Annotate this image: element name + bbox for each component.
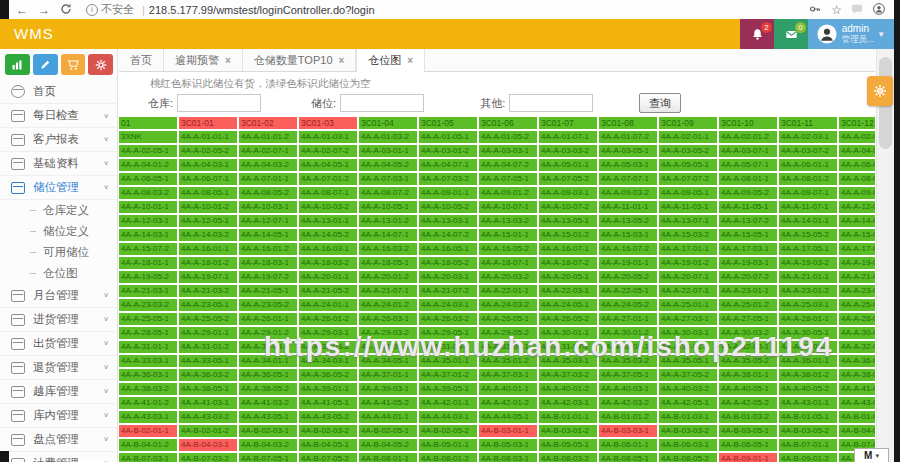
grid-cell[interactable]: 4A-B-04-01-1 <box>839 425 875 437</box>
grid-cell[interactable]: 4A-A-23-03-2 <box>119 299 177 311</box>
grid-cell[interactable]: 4A-A-08-05-2 <box>239 187 297 199</box>
grid-header-cell[interactable]: 3C01-09 <box>659 117 717 129</box>
grid-cell[interactable]: 4A-A-30-05-2 <box>839 327 875 339</box>
grid-cell[interactable]: 4A-A-07-03-1 <box>359 173 417 185</box>
sidebar-subitem-仓库定义[interactable]: 仓库定义 <box>0 200 117 221</box>
grid-cell[interactable]: 4A-A-43-03-1 <box>119 411 177 423</box>
grid-cell[interactable]: 4A-A-24-01-2 <box>359 299 417 311</box>
grid-cell[interactable]: 4A-A-39-01-1 <box>299 383 357 395</box>
grid-cell[interactable]: 4A-A-21-03-2 <box>179 285 237 297</box>
grid-cell[interactable]: 4A-A-01-01-2 <box>239 131 297 143</box>
theme-settings-button[interactable] <box>867 76 893 106</box>
grid-cell[interactable]: 4A-A-28-05-1 <box>119 327 177 339</box>
grid-cell[interactable]: 4A-B-08-05-1 <box>599 453 657 462</box>
grid-cell[interactable]: 4A-A-26-03-2 <box>419 313 477 325</box>
grid-cell[interactable]: 4A-B-06-01-1 <box>599 439 657 451</box>
grid-cell[interactable]: 4A-A-11-03-1 <box>659 201 717 213</box>
grid-cell[interactable]: 4A-A-20-03-1 <box>419 271 477 283</box>
grid-cell[interactable]: 4A-A-11-07-1 <box>779 201 837 213</box>
grid-cell[interactable]: 4A-A-13-05-2 <box>599 215 657 227</box>
grid-header-cell[interactable]: 3C01-08 <box>599 117 657 129</box>
grid-cell[interactable]: 4A-B-07-03-2 <box>179 453 237 462</box>
grid-header-cell[interactable]: 3C01-03 <box>299 117 357 129</box>
grid-cell[interactable]: 4A-B-02-03-1 <box>239 425 297 437</box>
grid-cell[interactable]: 4A-A-13-01-2 <box>359 215 417 227</box>
grid-cell[interactable]: 4A-A-41-01-2 <box>119 397 177 409</box>
grid-cell[interactable]: 4A-A-04-05-2 <box>359 159 417 171</box>
grid-cell[interactable]: 4A-A-24-03-2 <box>479 299 537 311</box>
grid-cell[interactable]: 4A-A-26-05-1 <box>479 313 537 325</box>
sidebar-item-每日检查[interactable]: 每日检查∨ <box>0 104 117 128</box>
grid-cell[interactable]: 4A-A-25-05-1 <box>119 313 177 325</box>
back-arrow-icon[interactable]: ← <box>16 3 28 17</box>
grid-cell[interactable]: 4A-A-10-07-1 <box>479 201 537 213</box>
grid-cell[interactable]: 4A-A-26-05-2 <box>539 313 597 325</box>
grid-cell[interactable]: 4A-B-04-03-1 <box>179 439 237 451</box>
grid-cell[interactable]: 4A-A-02-03-2 <box>839 131 875 143</box>
sidebar-item-库内管理[interactable]: 库内管理∨ <box>0 404 117 428</box>
grid-cell[interactable]: 4A-B-04-03-2 <box>239 439 297 451</box>
grid-cell[interactable]: 4A-A-37-01-1 <box>359 369 417 381</box>
grid-cell[interactable]: 4A-A-24-05-2 <box>599 299 657 311</box>
grid-cell[interactable]: 4A-A-02-03-1 <box>779 131 837 143</box>
grid-cell[interactable]: 4A-A-19-03-2 <box>779 257 837 269</box>
grid-cell[interactable]: 4A-A-19-01-1 <box>599 257 657 269</box>
grid-cell[interactable]: 4A-A-16-07-2 <box>599 243 657 255</box>
grid-cell[interactable]: 4A-A-23-01-1 <box>719 285 777 297</box>
grid-cell[interactable]: 4A-A-15-05-2 <box>779 229 837 241</box>
grid-cell[interactable]: 4A-A-16-01-2 <box>239 243 297 255</box>
grid-cell[interactable]: 4A-A-36-05-2 <box>299 369 357 381</box>
grid-cell[interactable]: 4A-B-08-01-2 <box>419 453 477 462</box>
grid-cell[interactable]: 4A-A-41-03-2 <box>239 397 297 409</box>
grid-cell[interactable]: 4A-A-21-01-1 <box>779 271 837 283</box>
sidebar-item-越库管理[interactable]: 越库管理∨ <box>0 380 117 404</box>
grid-cell[interactable]: 4A-A-19-05-2 <box>119 271 177 283</box>
grid-cell[interactable]: 4A-A-36-01-2 <box>839 355 875 367</box>
grid-cell[interactable]: 4A-B-01-01-2 <box>599 411 657 423</box>
grid-cell[interactable]: 4A-A-18-01-1 <box>119 257 177 269</box>
grid-cell[interactable]: 4A-A-09-03-2 <box>599 187 657 199</box>
grid-cell[interactable]: 4A-A-04-01-2 <box>119 159 177 171</box>
grid-cell[interactable]: 4A-A-13-07-1 <box>659 215 717 227</box>
grid-cell[interactable]: 4A-A-12-05-1 <box>179 215 237 227</box>
grid-cell[interactable]: 4A-A-27-05-1 <box>719 313 777 325</box>
grid-cell[interactable]: 4A-A-38-03-1 <box>839 369 875 381</box>
grid-cell[interactable]: 4A-A-36-05-1 <box>239 369 297 381</box>
settings-quick-button[interactable] <box>88 54 113 75</box>
grid-cell[interactable]: 4A-A-32-05-1 <box>839 341 875 353</box>
grid-cell[interactable]: 4A-A-08-03-2 <box>119 187 177 199</box>
grid-cell[interactable]: 4A-A-38-03-2 <box>119 383 177 395</box>
grid-cell[interactable]: 4A-A-42-01-2 <box>479 397 537 409</box>
grid-cell[interactable]: 4A-A-36-03-1 <box>119 369 177 381</box>
grid-cell[interactable]: 4A-A-01-03-2 <box>359 131 417 143</box>
sidebar-item-计费管理[interactable]: 计费管理∨ <box>0 452 117 462</box>
grid-cell[interactable]: 4A-A-01-03-1 <box>299 131 357 143</box>
grid-cell[interactable]: 4A-A-03-07-1 <box>719 145 777 157</box>
grid-cell[interactable]: 4A-A-24-03-1 <box>419 299 477 311</box>
grid-cell[interactable]: 4A-A-07-07-1 <box>599 173 657 185</box>
grid-cell[interactable]: 4A-A-15-03-2 <box>659 229 717 241</box>
grid-cell[interactable]: 4A-A-31-01-1 <box>119 341 177 353</box>
grid-cell[interactable]: 4A-B-03-03-1 <box>599 425 657 437</box>
grid-cell[interactable]: 4A-A-39-05-1 <box>419 383 477 395</box>
grid-cell[interactable]: 4A-B-03-01-2 <box>539 425 597 437</box>
grid-cell[interactable]: 4A-A-06-05-1 <box>119 173 177 185</box>
grid-cell[interactable]: 4A-A-31-01-2 <box>179 341 237 353</box>
grid-cell[interactable]: 4A-A-10-01-1 <box>119 201 177 213</box>
grid-cell[interactable]: 4A-A-12-01-1 <box>839 201 875 213</box>
grid-cell[interactable]: 4A-A-05-07-1 <box>719 159 777 171</box>
grid-cell[interactable]: 4A-B-08-03-1 <box>479 453 537 462</box>
grid-cell[interactable]: 4A-A-13-03-1 <box>419 215 477 227</box>
grid-cell[interactable]: 4A-B-02-05-2 <box>419 425 477 437</box>
grid-cell[interactable]: 4A-B-03-01-1 <box>479 425 537 437</box>
grid-cell[interactable]: 4A-A-22-03-1 <box>539 285 597 297</box>
grid-header-cell[interactable]: 3C01-10 <box>719 117 777 129</box>
grid-cell[interactable]: 4A-A-38-01-2 <box>779 369 837 381</box>
tab-close-icon[interactable]: × <box>407 55 413 66</box>
grid-cell[interactable]: 4A-A-09-01-2 <box>479 187 537 199</box>
grid-cell[interactable]: 4A-A-10-01-2 <box>179 201 237 213</box>
grid-cell[interactable]: 4A-A-04-01-1 <box>839 145 875 157</box>
grid-cell[interactable]: 4A-A-03-05-2 <box>659 145 717 157</box>
grid-cell[interactable]: 4A-A-36-03-2 <box>179 369 237 381</box>
key-icon[interactable] <box>809 3 822 16</box>
